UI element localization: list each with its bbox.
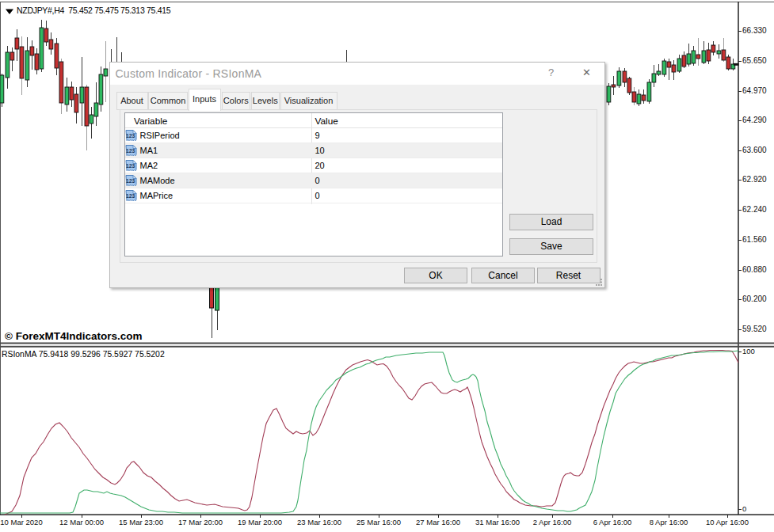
- svg-text:123: 123: [126, 133, 135, 139]
- svg-text:123: 123: [126, 193, 135, 199]
- svg-text:123: 123: [126, 148, 135, 154]
- svg-text:123: 123: [126, 178, 135, 184]
- svg-text:123: 123: [126, 163, 135, 169]
